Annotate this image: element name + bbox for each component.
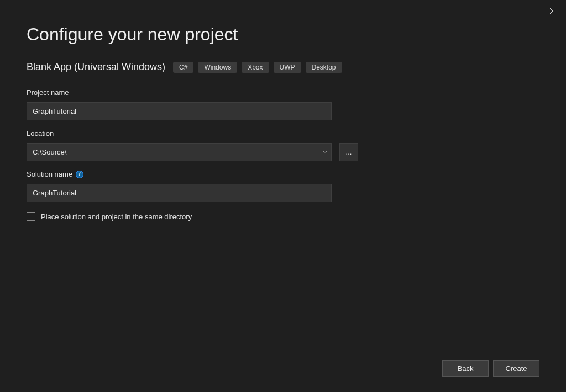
location-label: Location [27, 129, 539, 137]
template-tag: Windows [198, 62, 237, 73]
same-directory-checkbox[interactable] [27, 212, 35, 221]
browse-button[interactable]: ... [339, 143, 358, 161]
template-tag: UWP [274, 62, 301, 73]
back-button[interactable]: Back [442, 360, 489, 377]
solution-name-label: Solution name [27, 170, 72, 178]
same-directory-label: Place solution and project in the same d… [41, 213, 192, 221]
close-icon [549, 8, 556, 14]
project-name-label: Project name [27, 88, 539, 97]
template-tag: Desktop [306, 62, 342, 73]
info-icon[interactable]: i [76, 171, 83, 178]
template-tag: C# [173, 62, 193, 73]
template-name: Blank App (Universal Windows) [27, 61, 165, 73]
location-input[interactable] [27, 143, 332, 161]
solution-name-input[interactable] [27, 184, 332, 202]
close-button[interactable] [547, 6, 558, 17]
template-info-row: Blank App (Universal Windows) C# Windows… [27, 61, 539, 73]
create-button[interactable]: Create [493, 360, 539, 377]
template-tag: Xbox [242, 62, 269, 73]
project-name-input[interactable] [27, 102, 332, 120]
page-title: Configure your new project [27, 24, 539, 45]
